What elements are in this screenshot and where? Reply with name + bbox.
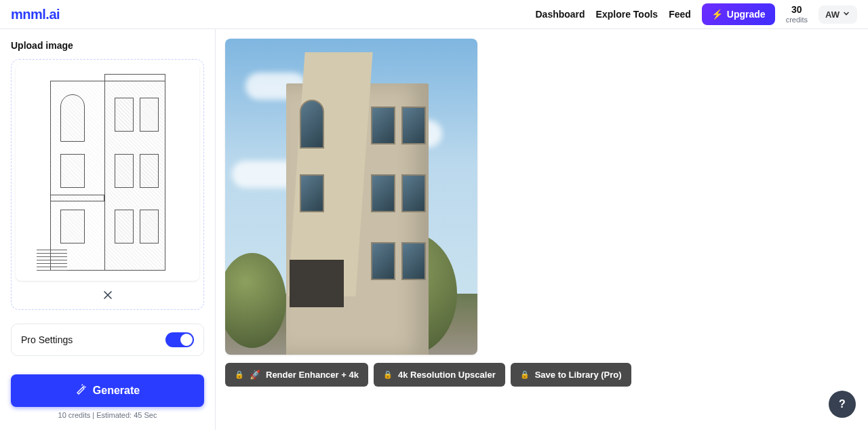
help-button[interactable]: ? xyxy=(829,391,856,418)
lock-icon: 🔒 xyxy=(235,370,244,379)
close-icon xyxy=(103,290,113,302)
sketch-building-illustration xyxy=(37,74,179,271)
pro-settings-toggle[interactable] xyxy=(165,332,194,347)
save-library-label: Save to Library (Pro) xyxy=(535,370,622,380)
chevron-down-icon xyxy=(842,9,850,20)
upload-box[interactable] xyxy=(11,59,204,310)
render-enhancer-button[interactable]: 🔒 🚀 Render Enhancer + 4k xyxy=(225,363,368,387)
lightning-icon: ⚡ xyxy=(711,9,723,20)
nav-feed[interactable]: Feed xyxy=(669,9,691,20)
upscaler-button[interactable]: 🔒 4k Resolution Upscaler xyxy=(374,363,505,387)
save-library-button[interactable]: 🔒 Save to Library (Pro) xyxy=(511,363,631,387)
credits-label: credits xyxy=(786,16,808,24)
pro-settings-row: Pro Settings xyxy=(11,324,204,356)
main-area: Upload image xyxy=(0,29,868,430)
result-image[interactable] xyxy=(225,39,477,355)
upgrade-label: Upgrade xyxy=(727,9,766,20)
generate-label: Generate xyxy=(93,385,140,397)
upload-preview-image xyxy=(16,64,199,281)
main-nav: Dashboard Explore Tools Feed ⚡ Upgrade 3… xyxy=(535,3,857,25)
generate-button[interactable]: Generate xyxy=(11,374,204,407)
remove-image-button[interactable] xyxy=(100,288,115,305)
user-menu[interactable]: AW xyxy=(818,5,857,24)
lock-icon: 🔒 xyxy=(520,370,530,379)
magic-wand-icon xyxy=(75,384,86,397)
lock-icon: 🔒 xyxy=(383,370,393,379)
upgrade-button[interactable]: ⚡ Upgrade xyxy=(702,3,775,25)
rocket-icon: 🚀 xyxy=(250,370,260,380)
credits-display: 30 credits xyxy=(786,5,808,23)
upscaler-label: 4k Resolution Upscaler xyxy=(398,370,496,380)
app-header: mnml.ai Dashboard Explore Tools Feed ⚡ U… xyxy=(0,0,868,29)
render-enhancer-label: Render Enhancer + 4k xyxy=(266,370,359,380)
user-initials: AW xyxy=(825,9,840,20)
action-row: 🔒 🚀 Render Enhancer + 4k 🔒 4k Resolution… xyxy=(225,363,859,387)
nav-dashboard[interactable]: Dashboard xyxy=(535,9,585,20)
toggle-knob xyxy=(180,334,193,346)
help-icon: ? xyxy=(839,398,846,410)
generate-info: 10 credits | Estimated: 45 Sec xyxy=(11,411,204,419)
sidebar: Upload image xyxy=(0,29,216,430)
pro-settings-label: Pro Settings xyxy=(21,334,73,345)
content-area: 🔒 🚀 Render Enhancer + 4k 🔒 4k Resolution… xyxy=(216,29,868,430)
nav-explore-tools[interactable]: Explore Tools xyxy=(596,9,658,20)
logo[interactable]: mnml.ai xyxy=(11,7,60,22)
upload-title: Upload image xyxy=(11,40,204,51)
credits-count: 30 xyxy=(791,5,802,15)
